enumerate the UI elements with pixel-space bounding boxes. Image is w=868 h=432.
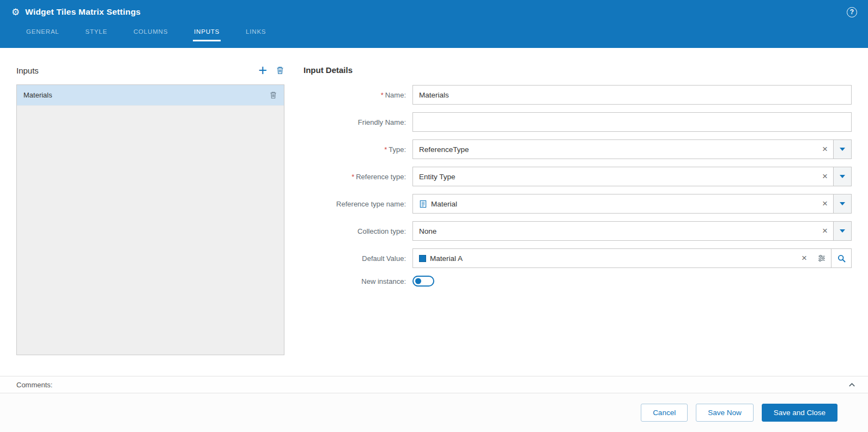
form-row-default-value: Default Value: Material A × (304, 248, 852, 268)
type-dropdown-button[interactable] (833, 140, 851, 159)
footer-actions: Cancel Save Now Save and Close (0, 393, 868, 432)
new-instance-toggle[interactable] (412, 276, 434, 287)
gear-icon: ⚙ (11, 8, 20, 17)
collection-type-combo[interactable]: None × (412, 221, 852, 241)
tab-inputs[interactable]: INPUTS (193, 24, 221, 41)
new-instance-label: New instance: (304, 277, 412, 285)
name-field-wrap (412, 85, 852, 105)
friendly-name-field[interactable] (413, 113, 851, 131)
collection-type-dropdown-button[interactable] (833, 222, 851, 240)
delete-input-button[interactable] (276, 66, 284, 75)
chevron-up-icon (848, 381, 856, 389)
trash-icon (269, 91, 277, 99)
inputs-panel: Inputs + Materials (16, 63, 284, 376)
inputs-panel-header: Inputs + (16, 63, 284, 77)
collection-type-label: Collection type: (304, 227, 412, 235)
magnifier-icon (837, 254, 846, 263)
save-now-button[interactable]: Save Now (696, 404, 754, 422)
chevron-down-icon (840, 175, 845, 178)
reference-type-name-dropdown-button[interactable] (833, 194, 851, 213)
clear-icon[interactable]: × (817, 194, 833, 213)
input-details-panel: Input Details *Name: Friendly Name: *Typ… (304, 63, 852, 376)
clear-icon[interactable]: × (796, 249, 812, 267)
chevron-down-icon (840, 229, 845, 233)
reference-type-combo[interactable]: Entity Type × (412, 167, 852, 186)
tab-general[interactable]: GENERAL (25, 24, 60, 41)
form-row-reference-type: *Reference type: Entity Type × (304, 167, 852, 186)
chevron-down-icon (840, 148, 845, 151)
required-marker: * (381, 91, 384, 99)
cancel-button[interactable]: Cancel (641, 404, 688, 422)
reference-type-value: Entity Type (413, 173, 817, 181)
clear-icon[interactable]: × (817, 140, 833, 159)
form-row-friendly-name: Friendly Name: (304, 112, 852, 132)
search-button[interactable] (831, 249, 851, 267)
reference-type-name-combo[interactable]: Material × (412, 194, 852, 214)
tab-links[interactable]: LINKS (245, 24, 267, 41)
input-details-title: Input Details (304, 63, 852, 77)
name-label: *Name: (304, 91, 412, 99)
default-value-picker[interactable]: Material A × (412, 248, 852, 268)
reference-type-name-value: Material (413, 200, 817, 208)
trash-icon (276, 66, 284, 75)
list-item-label: Materials (23, 91, 52, 99)
delete-row-button[interactable] (269, 91, 277, 99)
default-value-value: Material A (413, 254, 796, 263)
page-title: Widget Tiles Matrix Settings (25, 7, 141, 17)
reference-type-dropdown-button[interactable] (833, 167, 851, 186)
help-icon[interactable]: ? (847, 7, 857, 17)
clear-icon[interactable]: × (817, 222, 833, 240)
type-combo[interactable]: ReferenceType × (412, 139, 852, 159)
form-row-name: *Name: (304, 85, 852, 105)
widget-settings-dialog: ⚙ Widget Tiles Matrix Settings ? GENERAL… (0, 0, 868, 432)
tab-columns[interactable]: COLUMNS (132, 24, 169, 41)
friendly-name-label: Friendly Name: (304, 118, 412, 126)
form-row-type: *Type: ReferenceType × (304, 139, 852, 159)
type-label: *Type: (304, 145, 412, 154)
form-row-new-instance: New instance: (304, 276, 852, 287)
collection-type-value: None (413, 227, 817, 235)
chevron-down-icon (840, 202, 845, 205)
titlebar: ⚙ Widget Tiles Matrix Settings ? GENERAL… (0, 0, 868, 48)
tab-style[interactable]: STYLE (84, 24, 108, 41)
main-content: Inputs + Materials (0, 48, 868, 376)
clear-icon[interactable]: × (817, 167, 833, 186)
form-row-reference-type-name: Reference type name: Material × (304, 194, 852, 214)
filter-sliders-icon (817, 254, 826, 263)
reference-type-label: *Reference type: (304, 173, 412, 181)
add-input-button[interactable]: + (258, 65, 267, 76)
filter-sliders-button[interactable] (812, 249, 831, 267)
inputs-list: Materials (16, 84, 284, 355)
inputs-panel-actions: + (258, 65, 284, 76)
tab-bar: GENERAL STYLE COLUMNS INPUTS LINKS (0, 24, 868, 48)
material-swatch-icon (419, 255, 426, 262)
toggle-knob (415, 278, 421, 284)
form-row-collection-type: Collection type: None × (304, 221, 852, 241)
default-value-label: Default Value: (304, 254, 412, 263)
document-list-icon (419, 200, 427, 208)
comments-label: Comments: (16, 381, 52, 389)
collapse-comments-button[interactable] (848, 381, 856, 389)
title-row: ⚙ Widget Tiles Matrix Settings ? (0, 0, 868, 24)
type-value: ReferenceType (413, 145, 817, 154)
comments-bar: Comments: (0, 376, 868, 393)
inputs-panel-title: Inputs (16, 66, 39, 75)
required-marker: * (384, 145, 387, 154)
name-field[interactable] (413, 86, 851, 104)
list-item-materials[interactable]: Materials (17, 85, 284, 106)
save-and-close-button[interactable]: Save and Close (762, 404, 837, 422)
required-marker: * (351, 173, 354, 181)
friendly-name-field-wrap (412, 112, 852, 132)
reference-type-name-label: Reference type name: (304, 200, 412, 208)
